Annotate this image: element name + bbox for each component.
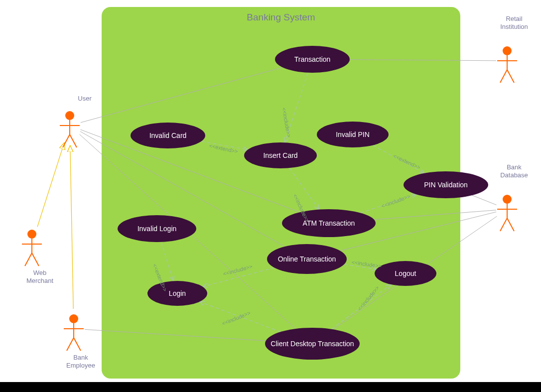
- svg-line-14: [74, 338, 81, 351]
- svg-line-3: [63, 134, 70, 147]
- actor-retail_institution[interactable]: [497, 46, 517, 83]
- actor-bank_employee[interactable]: [64, 314, 84, 351]
- svg-line-13: [67, 338, 74, 351]
- svg-line-8: [25, 253, 32, 266]
- svg-line-4: [70, 134, 77, 147]
- svg-line-18: [500, 70, 507, 83]
- svg-line-24: [507, 218, 514, 231]
- actor-label-bank_employee: BankEmployee: [61, 354, 101, 369]
- svg-line-23: [500, 218, 507, 231]
- usecase-online_transaction[interactable]: Online Transaction: [267, 244, 347, 274]
- gen-web_merchant-user: [37, 143, 64, 227]
- svg-point-20: [503, 195, 512, 204]
- usecase-login[interactable]: Login: [147, 281, 207, 306]
- svg-line-9: [32, 253, 39, 266]
- usecase-invalid_card[interactable]: Invalid Card: [131, 123, 205, 148]
- usecase-logout[interactable]: Logout: [375, 261, 436, 286]
- svg-line-19: [507, 70, 514, 83]
- actor-label-user: User: [65, 95, 105, 103]
- actor-label-bank_database: BankDatabase: [494, 163, 534, 179]
- usecase-atm_transaction[interactable]: ATM Transaction: [282, 209, 376, 237]
- gen-bank_employee-user: [70, 145, 73, 309]
- usecase-invalid_login[interactable]: Invalid Login: [118, 215, 196, 242]
- svg-point-10: [69, 314, 78, 323]
- usecase-client_desktop_transaction[interactable]: Client Desktop Transaction: [265, 328, 360, 360]
- diagram-canvas: Banking System TransactionInvalid CardIn…: [0, 0, 541, 392]
- actor-user[interactable]: [60, 111, 80, 147]
- usecase-pin_validation[interactable]: PIN Validation: [404, 171, 488, 198]
- bottom-bar: [0, 382, 541, 392]
- actor-label-retail_institution: RetailInstitution: [494, 15, 534, 30]
- system-title: Banking System: [102, 12, 460, 23]
- usecase-transaction[interactable]: Transaction: [275, 46, 350, 73]
- usecase-invalid_pin[interactable]: Invalid PIN: [317, 122, 389, 147]
- assoc-bank_database-pin_validation: [472, 195, 497, 205]
- usecase-insert_card[interactable]: Insert Card: [244, 142, 317, 168]
- svg-point-15: [503, 46, 512, 55]
- actor-bank_database[interactable]: [497, 195, 517, 231]
- actor-label-web_merchant: WebMerchant: [20, 269, 60, 284]
- svg-point-5: [27, 230, 36, 239]
- actor-web_merchant[interactable]: [22, 230, 42, 266]
- svg-point-0: [65, 111, 74, 120]
